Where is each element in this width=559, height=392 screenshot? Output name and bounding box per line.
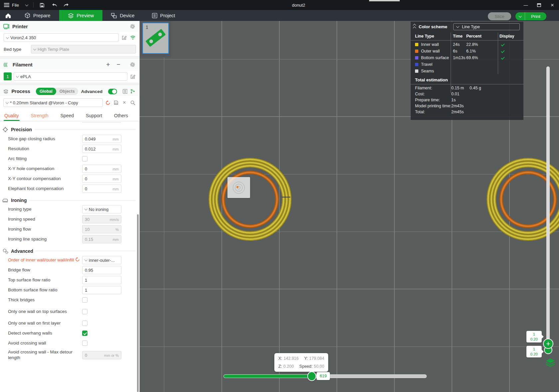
setting-row: Bridge flow 0.95 xyxy=(0,265,139,275)
undo-button[interactable] xyxy=(52,2,58,8)
view-mode-select[interactable]: Line Type xyxy=(453,23,520,30)
edit-filament-button[interactable] xyxy=(129,73,136,80)
add-filament-button[interactable]: + xyxy=(104,61,112,68)
print-split-button[interactable]: Print xyxy=(515,12,546,20)
layers-mode-icon[interactable] xyxy=(545,358,555,368)
layer-slider-upper-handle[interactable]: + xyxy=(543,339,553,349)
ironing-flow-input[interactable]: 10% xyxy=(82,225,121,234)
filament-preset-row: 1 ePLA xyxy=(0,71,139,83)
file-menu-label: File xyxy=(12,3,19,8)
tab-preview[interactable]: Preview xyxy=(59,10,103,21)
search-preset-button[interactable] xyxy=(129,99,136,106)
section-divider xyxy=(0,56,139,58)
slice-gap-closing-radius-input[interactable]: 0.049mm xyxy=(82,135,121,143)
edit-printer-button[interactable] xyxy=(121,34,127,41)
filament-preset-select[interactable]: ePLA xyxy=(14,72,127,81)
process-preset-select[interactable]: * 0.20mm Standard @Voron - Copy xyxy=(3,98,103,107)
search-icon xyxy=(130,100,135,105)
list-view-icon[interactable] xyxy=(123,89,128,94)
delete-preset-button[interactable]: × xyxy=(121,99,128,106)
save-button[interactable] xyxy=(39,2,46,8)
print-dropdown-button[interactable] xyxy=(515,12,525,20)
layer-slider-track[interactable] xyxy=(546,66,550,347)
save-preset-button[interactable] xyxy=(113,99,119,106)
maximize-button[interactable] xyxy=(532,0,546,10)
scope-global[interactable]: Global xyxy=(36,88,56,95)
redo-button[interactable] xyxy=(63,2,70,8)
sidebar-scrollbar[interactable] xyxy=(137,214,139,392)
bed-type-row: Bed type High Temp Plate xyxy=(0,44,139,56)
tab-prepare[interactable]: Prepare xyxy=(16,10,59,21)
advanced-toggle[interactable] xyxy=(108,89,117,94)
move-slider-handle[interactable] xyxy=(307,371,316,381)
ironing-type-select[interactable]: No ironing xyxy=(82,205,121,214)
save-icon xyxy=(40,3,45,8)
avoid-crossing-wall-checkbox[interactable] xyxy=(82,341,87,346)
setting-row: Avoid crossing wall - Max detour length … xyxy=(0,348,139,362)
reset-icon xyxy=(105,100,110,105)
max-detour-length-input[interactable]: 0mm or % xyxy=(82,351,121,359)
elephant-foot-compensation-input[interactable]: 0mm xyxy=(82,185,121,193)
collapse-panel-icon[interactable] xyxy=(413,24,416,29)
printer-preset-row: Voron2.4 350 xyxy=(0,32,139,44)
gears-icon xyxy=(2,248,8,254)
top-surface-flow-ratio-input[interactable]: 1 xyxy=(82,276,121,284)
bottom-surface-flow-ratio-input[interactable]: 1 xyxy=(82,286,121,294)
tab-others[interactable]: Others xyxy=(114,111,128,121)
gcode-preview-viewport[interactable]: 1 Color scheme Line Type xyxy=(140,21,559,392)
detect-overhang-walls-checkbox[interactable] xyxy=(82,331,87,336)
tab-project[interactable]: Project xyxy=(143,10,184,21)
printer-preset-select[interactable]: Voron2.4 350 xyxy=(4,33,119,42)
plate-thumbnail[interactable]: 1 xyxy=(142,23,169,54)
tab-speed[interactable]: Speed xyxy=(61,111,74,121)
minimize-button[interactable]: — xyxy=(519,0,532,10)
printer-connection-button[interactable] xyxy=(129,34,136,41)
title-bar: File donut2 — ✕ xyxy=(0,0,559,10)
color-scheme-title: Color scheme xyxy=(419,24,447,29)
setting-row: Arc fitting xyxy=(0,154,139,164)
legend-row: Inner wall 24s 22.8% xyxy=(411,41,523,48)
chevron-down-icon xyxy=(84,207,88,211)
bed-type-select[interactable]: High Temp Plate xyxy=(31,45,136,53)
arc-fitting-checkbox[interactable] xyxy=(82,156,87,161)
only-one-wall-top-checkbox[interactable] xyxy=(82,309,87,314)
xy-contour-compensation-input[interactable]: 0mm xyxy=(82,175,121,183)
filament-slot-badge[interactable]: 1 xyxy=(4,72,12,80)
gear-icon[interactable] xyxy=(130,24,135,29)
remove-filament-button[interactable]: − xyxy=(115,61,122,68)
file-menu[interactable]: File xyxy=(4,3,19,8)
ironing-icon xyxy=(2,198,8,203)
tab-quality[interactable]: Quality xyxy=(4,111,19,121)
precision-section-header: Precision xyxy=(0,123,139,134)
parameter-tree-icon[interactable] xyxy=(130,89,135,94)
only-one-wall-first-layer-checkbox[interactable] xyxy=(82,321,87,326)
app-window: File donut2 — ✕ xyxy=(0,0,559,392)
process-icon xyxy=(3,89,8,94)
chevron-down-icon xyxy=(456,25,460,28)
setting-row: Resolution 0.012mm xyxy=(0,144,139,154)
slice-button[interactable]: Slice xyxy=(488,12,511,20)
process-scope-toggle[interactable]: Global Objects xyxy=(36,88,78,95)
filament-preset-value: ePLA xyxy=(20,74,125,79)
scope-objects[interactable]: Objects xyxy=(56,89,78,94)
home-button[interactable] xyxy=(0,10,16,21)
tab-strength[interactable]: Strength xyxy=(31,111,49,121)
reset-preset-button[interactable] xyxy=(104,99,111,106)
tab-support[interactable]: Support xyxy=(86,111,102,121)
tab-device[interactable]: Device xyxy=(102,10,143,21)
chevron-down-icon xyxy=(6,36,9,39)
layer-lower-badge: 1 0.20 xyxy=(526,346,542,357)
close-button[interactable]: ✕ xyxy=(546,0,559,10)
bridge-flow-input[interactable]: 0.95 xyxy=(82,266,121,274)
gear-icon[interactable] xyxy=(130,62,135,67)
file-chevron-icon[interactable] xyxy=(25,3,29,6)
wall-order-select[interactable]: inner-outer-... xyxy=(82,256,121,264)
ironing-speed-input[interactable]: 30mm/s xyxy=(82,215,121,224)
reset-setting-button[interactable] xyxy=(75,257,80,263)
ironing-line-spacing-input[interactable]: 0.15mm xyxy=(82,235,121,244)
resolution-input[interactable]: 0.012mm xyxy=(82,145,121,153)
estimation-row: Model printing time: 2m43s xyxy=(411,103,523,109)
xy-hole-compensation-input[interactable]: 0mm xyxy=(82,165,121,173)
thick-bridges-checkbox[interactable] xyxy=(82,297,87,303)
plate-number: 1 xyxy=(146,25,148,30)
